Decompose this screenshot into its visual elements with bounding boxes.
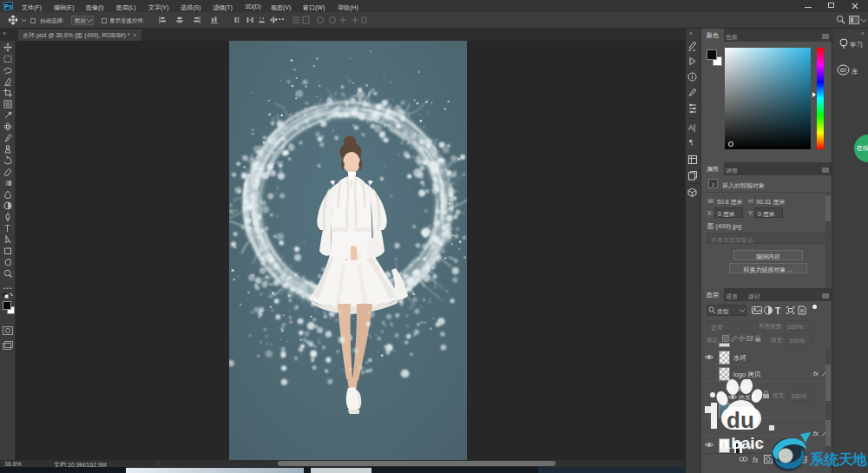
svg-text:A|: A| (688, 123, 695, 132)
svg-text:fx: fx (753, 456, 759, 464)
svg-text:T: T (5, 224, 10, 233)
svg-text:T: T (775, 306, 780, 316)
svg-text:¶: ¶ (689, 138, 693, 147)
svg-text:du: du (727, 407, 754, 433)
